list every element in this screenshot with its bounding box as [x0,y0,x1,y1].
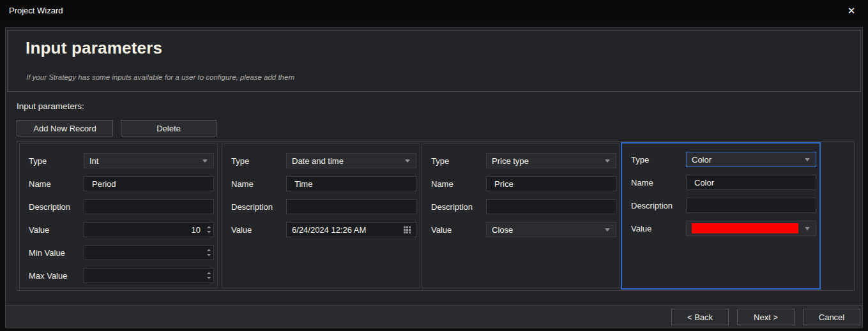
name-input[interactable] [686,175,816,190]
description-input[interactable] [686,198,816,213]
page-header: Input parameters If your Strategy has so… [7,30,861,92]
spinner-arrows[interactable] [204,268,213,283]
input-parameters-label: Input parameters: [17,101,84,111]
name-input[interactable] [286,176,416,191]
type-label: Type [431,156,486,166]
calendar-grid-icon[interactable] [404,226,411,233]
value-select[interactable]: Close [486,222,616,237]
description-input[interactable] [486,199,616,214]
titlebar: Project Wizard ✕ [0,0,868,21]
field-row-description: Description [222,199,420,214]
value-datetime-picker[interactable] [286,222,416,237]
type-select-value: Int [89,156,98,166]
name-label: Name [29,179,84,189]
field-row-type: Type Date and time [222,153,420,168]
type-label: Type [231,156,286,166]
field-row-name: Name [222,176,420,191]
cancel-button[interactable]: Cancel [803,309,860,325]
next-button[interactable]: Next > [737,309,795,325]
window-title: Project Wizard [0,6,63,15]
chevron-down-icon [605,159,610,163]
wizard-footer: < Back Next > Cancel [6,305,862,328]
spinner-up-icon[interactable] [207,226,211,228]
type-label: Type [29,156,84,166]
type-select-value: Date and time [292,156,344,166]
field-row-name: Name [20,176,217,191]
type-select[interactable]: Int [84,153,214,168]
spinner-down-icon[interactable] [207,277,211,279]
value-label: Value [631,224,686,233]
spinner-arrows[interactable] [204,223,213,237]
description-input[interactable] [84,199,214,214]
field-row-value: Value Close [422,222,620,237]
spinner-down-icon[interactable] [207,254,211,256]
type-select[interactable]: Date and time [286,153,416,168]
description-label: Description [631,201,686,210]
value-label: Value [29,225,84,235]
min-value-label: Min Value [29,248,84,258]
name-input[interactable] [84,176,214,191]
value-select-value: Close [492,225,513,235]
field-row-type: Type Int [20,153,217,168]
value-label: Value [431,225,486,235]
delete-button[interactable]: Delete [121,120,217,136]
color-swatch [692,223,798,233]
field-row-name: Name [422,176,620,191]
parameter-card-datetime[interactable]: Type Date and time Name Description Valu… [222,143,420,288]
field-row-min-value: Min Value [20,245,217,260]
field-row-value: Value [20,222,217,237]
field-row-description: Description [20,199,217,214]
type-select-value: Price type [492,156,529,166]
value-spinner[interactable] [84,222,214,237]
max-value-label: Max Value [29,271,84,281]
spinner-up-icon[interactable] [207,272,211,274]
description-input[interactable] [286,199,416,214]
name-label: Name [431,179,486,189]
field-row-value: Value [222,222,420,237]
description-label: Description [231,202,286,212]
field-row-description: Description [622,198,819,213]
name-label: Name [631,178,686,188]
parameter-card-int[interactable]: Type Int Name Description Value [19,143,218,288]
min-value-input[interactable] [84,246,204,260]
chevron-down-icon [405,159,410,163]
field-row-name: Name [622,175,819,190]
back-button[interactable]: < Back [671,309,729,325]
type-label: Type [631,155,686,165]
name-label: Name [231,179,286,189]
value-label: Value [231,225,286,235]
field-row-value: Value [622,221,819,236]
max-value-spinner[interactable] [84,268,214,283]
value-input[interactable] [84,223,204,237]
wizard-page: Input parameters If your Strategy has so… [5,27,863,328]
value-color-select[interactable] [686,221,816,236]
field-row-max-value: Max Value [20,268,217,283]
field-row-type: Type Price type [422,153,620,168]
name-input[interactable] [486,176,616,191]
chevron-down-icon [605,228,610,232]
parameter-card-pricetype[interactable]: Type Price type Name Description Value [422,143,620,288]
chevron-down-icon [805,158,810,161]
project-wizard-window: Project Wizard ✕ Input parameters If you… [0,0,868,331]
field-row-description: Description [422,199,620,214]
add-new-record-button[interactable]: Add New Record [17,120,113,136]
description-label: Description [29,202,84,212]
close-button[interactable]: ✕ [840,0,863,21]
type-select[interactable]: Price type [486,153,616,168]
parameter-card-color-selected[interactable]: Type Color Name Description Value [621,142,821,290]
min-value-spinner[interactable] [84,245,214,260]
page-subtitle: If your Strategy has some inputs availab… [26,73,294,81]
records-container: Type Int Name Description Value [17,141,855,291]
field-row-type: Type Color [622,152,819,167]
chevron-down-icon [202,159,208,163]
spinner-arrows[interactable] [204,246,213,260]
page-title: Input parameters [26,38,162,58]
datetime-input[interactable] [287,225,404,235]
spinner-down-icon[interactable] [207,231,211,233]
description-label: Description [431,202,486,212]
max-value-input[interactable] [84,268,204,283]
type-select-focused[interactable]: Color [686,152,816,167]
spinner-up-icon[interactable] [207,249,211,251]
close-icon: ✕ [848,5,856,17]
type-select-value: Color [692,155,712,165]
